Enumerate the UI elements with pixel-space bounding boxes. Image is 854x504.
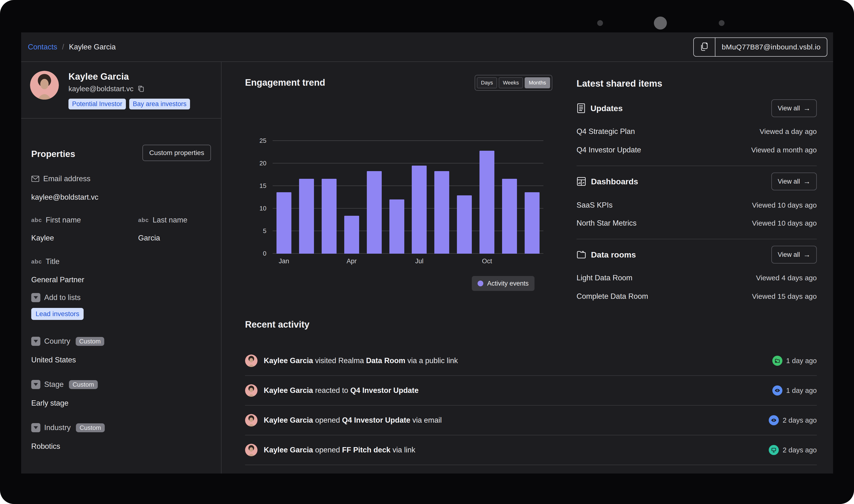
field-value-first-name[interactable]: Kaylee xyxy=(31,233,54,244)
activity-time: 1 day ago xyxy=(786,386,817,395)
lead-investors-pill[interactable]: Lead investors xyxy=(31,308,84,320)
bar-slot-sep xyxy=(453,141,476,254)
bar-feb[interactable] xyxy=(299,179,314,254)
contact-detail-panel: Contacts / Kaylee Garcia bMuQ77B87@inbou… xyxy=(21,32,833,473)
bar-slot-jun xyxy=(386,141,408,254)
x-tick-label: Apr xyxy=(341,257,363,265)
shared-item[interactable]: Light Data Room Viewed 4 days ago xyxy=(577,270,817,286)
arrow-right-icon: → xyxy=(803,178,811,185)
contact-email: kaylee@boldstart.vc xyxy=(68,85,134,93)
arrow-right-icon: → xyxy=(803,105,811,112)
x-tick-label xyxy=(431,257,453,265)
field-value-last-name[interactable]: Garcia xyxy=(138,233,160,244)
shared-item[interactable]: North Star Metrics Viewed 10 days ago xyxy=(577,216,817,231)
custom-badge: Custom xyxy=(76,424,105,432)
shared-item[interactable]: SaaS KPIs Viewed 10 days ago xyxy=(577,198,817,213)
field-label-email: Email address xyxy=(31,173,90,184)
dashboards-icon xyxy=(577,177,586,186)
tag-bay-area-investors[interactable]: Bay area investors xyxy=(129,98,190,109)
shared-item[interactable]: Q4 Strategic Plan Viewed a day ago xyxy=(577,124,817,139)
range-toggle: DaysWeeksMonths xyxy=(475,75,552,91)
legend-dot-icon xyxy=(477,281,483,286)
activity-time: 1 day ago xyxy=(786,357,817,365)
inbound-email-button[interactable]: bMuQ77B87@inbound.vsbl.io xyxy=(693,37,827,57)
shared-item[interactable]: Complete Data Room Viewed 15 days ago xyxy=(577,289,817,304)
range-option-days[interactable]: Days xyxy=(477,77,497,88)
updates-section-header: Updates View all→ xyxy=(577,100,817,117)
activity-row[interactable]: Kaylee Garcia opened FF Pitch deck via l… xyxy=(245,435,817,465)
breadcrumb-current: Kaylee Garcia xyxy=(69,43,116,51)
view-all-data-rooms-button[interactable]: View all→ xyxy=(771,246,817,264)
bar-slot-mar xyxy=(318,141,341,254)
bar-jun[interactable] xyxy=(389,199,404,254)
activity-text: Kaylee Garcia opened FF Pitch deck via l… xyxy=(264,446,769,454)
field-value-title[interactable]: General Partner xyxy=(31,274,84,285)
custom-badge: Custom xyxy=(69,380,98,389)
field-label-first-name: abc First name xyxy=(31,214,81,226)
section-divider xyxy=(577,239,817,239)
bar-slot-nov xyxy=(498,141,521,254)
bar-jan[interactable] xyxy=(277,192,291,254)
chart-legend: Activity events xyxy=(472,276,535,291)
field-value-country[interactable]: United States xyxy=(31,355,76,365)
x-tick-label: Jan xyxy=(273,257,295,265)
shared-item[interactable]: Q4 Investor Update Viewed a month ago xyxy=(577,142,817,158)
bar-series xyxy=(273,141,543,254)
field-value-email[interactable]: kaylee@boldstart.vc xyxy=(31,192,99,202)
copy-email-icon[interactable] xyxy=(137,85,145,93)
x-tick-label xyxy=(498,257,521,265)
custom-properties-button[interactable]: Custom properties xyxy=(142,145,211,161)
x-tick-label: Jul xyxy=(408,257,431,265)
contact-tags: Potential Investor Bay area investors xyxy=(68,98,190,109)
carousel-dot[interactable] xyxy=(597,20,603,26)
bar-sep[interactable] xyxy=(457,195,472,254)
chart-plot: 0510152025 xyxy=(273,141,543,254)
bar-jul[interactable] xyxy=(412,166,426,254)
avatar xyxy=(245,355,258,367)
y-tick-label: 25 xyxy=(259,137,266,144)
activity-row[interactable]: Kaylee Garcia reacted to Q4 Investor Upd… xyxy=(245,376,817,406)
field-value-industry[interactable]: Robotics xyxy=(31,441,60,452)
presentation-icon xyxy=(769,445,779,455)
view-all-dashboards-button[interactable]: View all→ xyxy=(771,173,817,190)
bar-apr[interactable] xyxy=(344,216,359,254)
dropdown-icon xyxy=(31,293,40,302)
bar-aug[interactable] xyxy=(434,171,449,254)
breadcrumb-contacts-link[interactable]: Contacts xyxy=(28,43,57,51)
text-type-icon: abc xyxy=(31,258,42,265)
updates-icon xyxy=(577,103,586,113)
activity-row[interactable]: Kaylee Garcia opened Q4 Investor Update … xyxy=(245,406,817,435)
avatar xyxy=(245,414,258,427)
tag-potential-investor[interactable]: Potential Investor xyxy=(68,98,126,109)
carousel-dot[interactable] xyxy=(719,20,725,26)
bar-dec[interactable] xyxy=(525,192,540,254)
legend-label: Activity events xyxy=(487,280,529,287)
field-value-stage[interactable]: Early stage xyxy=(31,398,68,409)
avatar xyxy=(245,444,258,456)
carousel-dot-active[interactable] xyxy=(654,17,667,30)
x-tick-label xyxy=(363,257,386,265)
bar-slot-aug xyxy=(431,141,453,254)
field-label-add-to-lists: Add to lists xyxy=(31,292,81,303)
data-rooms-section-header: Data rooms View all→ xyxy=(577,246,817,263)
view-all-updates-button[interactable]: View all→ xyxy=(771,100,817,117)
breadcrumb: Contacts / Kaylee Garcia xyxy=(28,43,116,51)
bar-mar[interactable] xyxy=(322,179,336,254)
x-tick-label xyxy=(318,257,341,265)
recent-activity-list: Kaylee Garcia visited Realma Data Room v… xyxy=(245,346,817,465)
activity-row[interactable]: Kaylee Garcia visited Realma Data Room v… xyxy=(245,346,817,376)
copy-icon[interactable] xyxy=(694,38,715,56)
x-tick-label xyxy=(453,257,476,265)
contact-name: Kaylee Garcia xyxy=(68,72,129,82)
bar-oct[interactable] xyxy=(480,151,494,254)
range-option-months[interactable]: Months xyxy=(525,77,550,88)
dropdown-icon xyxy=(31,337,40,346)
folder-icon xyxy=(577,250,586,259)
custom-badge: Custom xyxy=(76,337,104,346)
dropdown-icon xyxy=(31,423,40,432)
bar-nov[interactable] xyxy=(502,179,517,254)
x-tick-label xyxy=(521,257,543,265)
bar-slot-jan xyxy=(273,141,295,254)
range-option-weeks[interactable]: Weeks xyxy=(499,77,523,88)
bar-may[interactable] xyxy=(367,171,382,254)
